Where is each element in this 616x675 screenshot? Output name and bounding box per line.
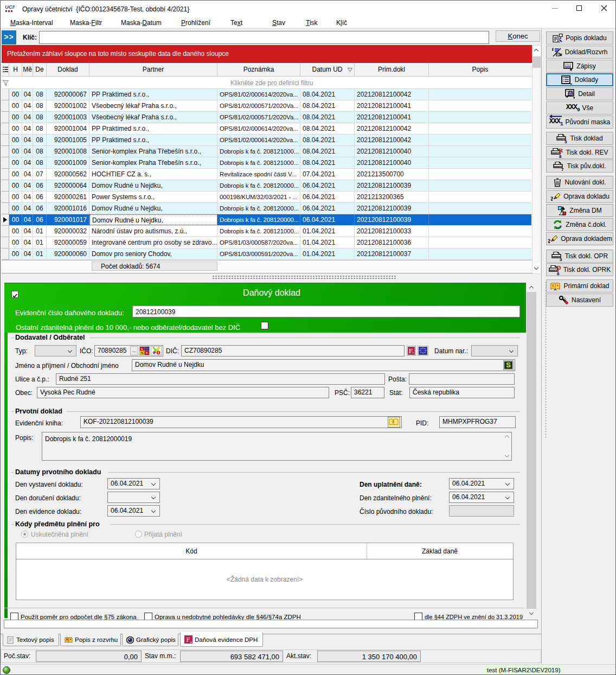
svg-text:UCR: UCR — [5, 4, 15, 10]
svg-text:D: D — [556, 265, 561, 271]
svg-text:3: 3 — [564, 139, 567, 144]
svg-text:8: 8 — [559, 154, 562, 158]
svg-text:?: ? — [392, 419, 394, 424]
svg-text:F: F — [187, 636, 190, 644]
svg-text:3: 3 — [560, 257, 562, 262]
svg-text:8: 8 — [557, 271, 560, 275]
svg-text:7: 7 — [561, 167, 564, 171]
svg-text:R: R — [559, 148, 563, 154]
